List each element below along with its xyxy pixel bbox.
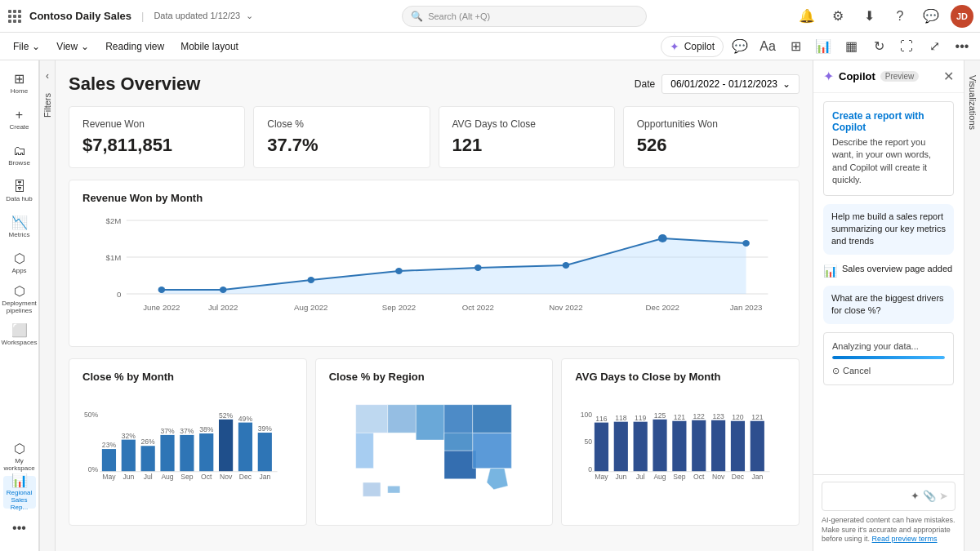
svg-text:$1M: $1M: [106, 254, 122, 262]
sidebar-item-regional[interactable]: 📊 Regional Sales Rep...: [3, 476, 36, 509]
svg-rect-64: [731, 421, 745, 472]
svg-text:Jan: Jan: [752, 473, 764, 481]
browse-icon: 🗂: [13, 144, 26, 158]
sidebar-item-myworkspace[interactable]: ⬡ My workspace: [3, 440, 36, 473]
chevron-down-icon[interactable]: ⌄: [246, 11, 253, 20]
top-bar: Contoso Daily Sales | Data updated 1/12/…: [0, 0, 980, 33]
filter2-icon[interactable]: ▦: [840, 35, 862, 58]
svg-text:116: 116: [596, 415, 608, 423]
close-pct-month-title: Close % by Month: [82, 371, 293, 383]
svg-text:0: 0: [117, 291, 121, 299]
chat-input-area[interactable]: ✦ 📎 ➤: [822, 482, 956, 511]
notification-icon[interactable]: 🔔: [795, 5, 818, 28]
chart-icon[interactable]: 📊: [812, 35, 835, 58]
user-message-2: What are the biggest drivers for close %…: [823, 286, 954, 324]
svg-rect-61: [673, 421, 687, 472]
svg-text:Oct: Oct: [201, 473, 212, 481]
visualizations-tab[interactable]: Visualizations: [964, 60, 980, 551]
download-icon[interactable]: ⬇: [858, 5, 880, 28]
comment-icon[interactable]: 💬: [728, 35, 751, 58]
preview-terms-link[interactable]: Read preview terms: [872, 535, 938, 543]
svg-text:0%: 0%: [88, 465, 99, 473]
cancel-button[interactable]: ⊙ Cancel: [832, 366, 945, 376]
report-title: Sales Overview: [69, 73, 200, 95]
svg-point-13: [742, 240, 750, 247]
close-pct-bar-svg: 50% 0%: [82, 391, 293, 509]
kpi-card-avg-days: AVG Days to Close 121: [439, 106, 615, 168]
svg-rect-52: [363, 482, 381, 496]
sidebar-item-more[interactable]: •••: [3, 512, 36, 544]
cancel-label: Cancel: [843, 366, 871, 375]
svg-text:49%: 49%: [238, 415, 253, 423]
copilot-panel-icon: ✦: [823, 69, 834, 84]
copilot-body: Create a report with Copilot Describe th…: [813, 93, 964, 474]
sidebar-item-workspaces[interactable]: ⬜ Workspaces: [3, 318, 36, 351]
expand-icon[interactable]: ⛶: [895, 35, 918, 58]
svg-text:Dec 2022: Dec 2022: [646, 304, 679, 312]
chevron-down-icon: ⌄: [32, 41, 40, 52]
svg-text:Jul 2022: Jul 2022: [208, 304, 238, 312]
sidebar-item-browse[interactable]: 🗂 Browse: [3, 139, 36, 171]
sidebar-item-home[interactable]: ⊞ Home: [3, 67, 36, 100]
svg-rect-32: [258, 433, 272, 472]
close-pct-region-title: Close % by Region: [329, 371, 540, 383]
svg-rect-58: [614, 422, 628, 472]
refresh-icon[interactable]: ↻: [867, 35, 890, 58]
app-grid-icon[interactable]: [7, 8, 23, 24]
svg-text:119: 119: [635, 414, 647, 422]
separator: |: [141, 10, 144, 22]
top-bar-right: 🔔 ⚙ ⬇ ? 💬 JD: [795, 5, 973, 28]
mobile-layout-btn[interactable]: Mobile layout: [174, 38, 245, 56]
svg-text:120: 120: [733, 413, 745, 421]
svg-text:32%: 32%: [122, 432, 136, 440]
svg-text:Jul: Jul: [636, 473, 645, 481]
search-placeholder: Search (Alt +Q): [428, 11, 490, 21]
kpi-card-revenue: Revenue Won $7,811,851: [69, 106, 245, 168]
sidebar-item-metrics[interactable]: 📉 Metrics: [3, 211, 36, 243]
sidebar-item-apps[interactable]: ⬡ Apps: [3, 247, 36, 279]
system-message-1: 📊 Sales overview page added: [823, 263, 954, 278]
attachment-icon[interactable]: 📎: [923, 490, 936, 502]
file-menu[interactable]: File ⌄: [7, 38, 47, 56]
collapse-icon[interactable]: ‹: [42, 67, 52, 85]
svg-text:June 2022: June 2022: [143, 304, 180, 312]
date-range-button[interactable]: 06/01/2022 - 01/12/2023 ⌄: [662, 74, 800, 94]
sidebar-item-deployment[interactable]: ⬡ Deployment pipelines: [3, 282, 36, 315]
sidebar-item-create[interactable]: + Create: [3, 103, 36, 136]
home-icon: ⊞: [14, 71, 24, 87]
disclaimer-text: AI-generated content can have mistakes. …: [822, 516, 956, 544]
svg-text:Aug: Aug: [654, 473, 666, 481]
copilot-close-button[interactable]: ✕: [943, 69, 954, 84]
help-icon[interactable]: ?: [889, 5, 911, 28]
workspaces-icon: ⬜: [11, 322, 28, 338]
left-sidebar: ⊞ Home + Create 🗂 Browse 🗄 Data hub 📉 Me…: [0, 60, 39, 551]
content-area: Sales Overview Date 06/01/2022 - 01/12/2…: [56, 60, 813, 551]
share-icon[interactable]: ⤢: [923, 35, 946, 58]
send-icon[interactable]: ➤: [939, 490, 948, 502]
settings-icon[interactable]: ⚙: [826, 5, 849, 28]
date-range-value: 06/01/2022 - 01/12/2023: [670, 78, 777, 90]
table-icon[interactable]: ⊞: [784, 35, 807, 58]
svg-point-11: [563, 262, 570, 269]
copilot-button[interactable]: ✦ Copilot: [661, 36, 724, 57]
svg-text:Nov 2022: Nov 2022: [549, 304, 582, 312]
create-report-title: Create a report with Copilot: [832, 110, 945, 133]
more-icon[interactable]: •••: [951, 35, 973, 58]
view-menu[interactable]: View ⌄: [50, 38, 96, 56]
sidebar-item-datahub[interactable]: 🗄 Data hub: [3, 175, 36, 207]
format-icon[interactable]: Aa: [756, 35, 779, 58]
reading-view-btn[interactable]: Reading view: [99, 38, 171, 56]
sparkle-icon[interactable]: ✦: [911, 490, 920, 502]
avatar[interactable]: JD: [951, 5, 973, 28]
svg-text:39%: 39%: [258, 424, 273, 433]
create-report-desc: Describe the report you want, in your ow…: [832, 136, 945, 187]
svg-text:125: 125: [654, 411, 666, 420]
copilot-panel-header: ✦ Copilot Preview ✕: [813, 60, 964, 93]
powerbi-icon: 📊: [823, 264, 837, 278]
filters-label[interactable]: Filters: [42, 93, 52, 118]
toolbar-right: ✦ Copilot 💬 Aa ⊞ 📊 ▦ ↻ ⛶ ⤢ •••: [661, 35, 973, 58]
search-bar[interactable]: 🔍 Search (Alt +Q): [402, 6, 647, 27]
kpi-label-avg-days: AVG Days to Close: [452, 118, 601, 130]
feedback-icon[interactable]: 💬: [920, 5, 942, 28]
toolbar: File ⌄ View ⌄ Reading view Mobile layout…: [0, 33, 980, 60]
